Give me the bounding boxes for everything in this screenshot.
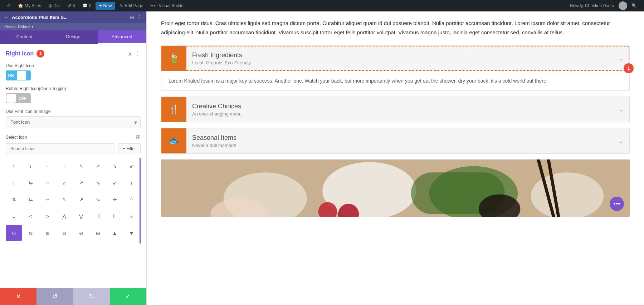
- tab-content[interactable]: Content: [0, 30, 49, 44]
- icon-cell[interactable]: ↓: [23, 158, 39, 174]
- icon-cell[interactable]: <: [23, 208, 39, 224]
- tab-design[interactable]: Design: [49, 30, 97, 44]
- icon-cell[interactable]: ⋀: [56, 208, 72, 224]
- icon-cell[interactable]: ⊚: [23, 225, 39, 241]
- icon-cell[interactable]: ↖: [56, 191, 72, 207]
- icon-cell[interactable]: ↑: [6, 158, 22, 174]
- toggle-on-label: ON: [6, 70, 16, 80]
- icon-cell[interactable]: —: [107, 242, 123, 243]
- icon-cell[interactable]: ↕: [123, 174, 140, 191]
- admin-bar-wp[interactable]: ⊕: [4, 0, 14, 11]
- icon-cell[interactable]: ↖: [73, 158, 89, 174]
- icon-search-input[interactable]: [6, 143, 115, 154]
- icon-cell[interactable]: ►: [6, 242, 22, 243]
- admin-bar-howdy[interactable]: Howdy, Christina Gwira: [567, 0, 617, 11]
- fresh-text: Fresh Ingredients Local. Organic. Eco-Fr…: [186, 47, 613, 70]
- icon-grid-scroll[interactable]: ↑ ↓ ← → ↖ ↗ ↘ ↙ ↕ ⇆ ↔ ↙: [6, 158, 141, 243]
- admin-bar-loop[interactable]: ↺ 3: [65, 0, 78, 11]
- cancel-button[interactable]: ✕: [0, 288, 36, 305]
- icon-cell[interactable]: ✛: [107, 191, 123, 207]
- icon-cell[interactable]: ○: [123, 208, 140, 224]
- font-icon-select[interactable]: Font Icon Image: [6, 116, 141, 128]
- icon-cell[interactable]: ⇅: [6, 191, 22, 207]
- icon-cell[interactable]: ⊛: [39, 225, 55, 241]
- icon-cell[interactable]: ▲: [107, 225, 123, 241]
- admin-bar: ⊕ 🏠 My Sites ◎ Divi ↺ 3 💬 0 + New ✎ Edit…: [0, 0, 644, 11]
- icon-cell[interactable]: →: [56, 158, 72, 174]
- seasonal-toggle[interactable]: ⌄: [613, 131, 629, 151]
- icon-cell[interactable]: ↙: [56, 174, 72, 191]
- icon-cell[interactable]: ◎: [23, 242, 39, 243]
- icon-cell[interactable]: ↘: [90, 174, 106, 191]
- icon-cell[interactable]: ⊜: [56, 225, 72, 241]
- accordion-header-fresh[interactable]: 🍃 Fresh Ingredients Local. Organic. Eco-…: [161, 46, 629, 71]
- icon-cell[interactable]: ⇆: [23, 174, 39, 191]
- right-content: Proin eget tortor risus. Cras ultricies …: [147, 11, 644, 305]
- icon-cell[interactable]: ⇆: [23, 191, 39, 207]
- icon-cell[interactable]: ↕: [6, 174, 22, 191]
- icon-cell[interactable]: ↺: [90, 242, 106, 243]
- admin-bar-new-button[interactable]: + New: [96, 2, 115, 10]
- icon-cell[interactable]: ↙: [123, 158, 140, 174]
- admin-bar-search[interactable]: 🔍: [629, 0, 640, 11]
- rotate-right-icon-toggle[interactable]: OFF: [6, 93, 31, 103]
- tab-advanced[interactable]: Advanced: [98, 30, 146, 44]
- accordion-header-creative[interactable]: 🍴 Creative Choices An ever-changing menu…: [161, 97, 629, 122]
- admin-bar-edit-page[interactable]: ✎ Edit Page: [117, 0, 146, 11]
- edit-icon: ✎: [119, 3, 123, 8]
- toggle-off-label: OFF: [16, 96, 29, 100]
- comment-icon: 💬: [82, 3, 88, 8]
- icon-cell[interactable]: ⌄: [6, 208, 22, 224]
- icon-cell[interactable]: 《: [90, 208, 106, 224]
- admin-bar-exit-builder[interactable]: Exit Visual Builder: [147, 0, 188, 11]
- icon-cell[interactable]: ▼: [123, 225, 140, 241]
- icon-cell[interactable]: ↔: [39, 191, 55, 207]
- icon-expand-button[interactable]: ⊞: [136, 134, 141, 141]
- icon-cell[interactable]: ⊝: [73, 225, 89, 241]
- icon-cell[interactable]: ↘: [90, 191, 106, 207]
- main-layout: ← Accordions Plus Item S... ⊞ ⋮ Preset: …: [0, 11, 644, 305]
- redo-button[interactable]: ↻: [73, 288, 110, 305]
- icon-cell[interactable]: ⋁: [73, 208, 89, 224]
- icon-cell[interactable]: ◀: [56, 242, 72, 243]
- admin-bar-comments[interactable]: 💬 0: [79, 0, 94, 11]
- purple-dots-button[interactable]: •••: [610, 197, 624, 211]
- icon-cell[interactable]: ▶: [73, 242, 89, 243]
- section-more-button[interactable]: ⋮: [135, 50, 141, 57]
- confirm-button[interactable]: ✓: [110, 288, 146, 305]
- more-icon[interactable]: ⋮: [137, 14, 142, 20]
- icon-cell[interactable]: ↘: [107, 158, 123, 174]
- seasonal-text: Seasonal Items Never a dull moment!: [186, 130, 613, 152]
- admin-bar-mysites[interactable]: 🏠 My Sites: [15, 0, 44, 11]
- use-right-icon-toggle[interactable]: ON: [6, 70, 31, 80]
- icon-cell[interactable]: ^: [123, 191, 140, 207]
- icon-cell[interactable]: 》: [107, 208, 123, 224]
- icon-grid-wrapper: ↑ ↓ ← → ↖ ↗ ↘ ↙ ↕ ⇆ ↔ ↙: [6, 158, 141, 243]
- use-right-icon-field: Use Right Icon ON: [6, 63, 141, 80]
- icon-cell[interactable]: ↗: [73, 174, 89, 191]
- admin-bar-divi[interactable]: ◎ Divi: [45, 0, 63, 11]
- icon-cell[interactable]: ◑: [39, 242, 55, 243]
- back-icon[interactable]: ←: [4, 15, 9, 20]
- icon-cell[interactable]: ↗: [90, 158, 106, 174]
- food-image-overlay: •••: [610, 197, 624, 211]
- accordion-header-seasonal[interactable]: 🐟 Seasonal Items Never a dull moment! ⌄: [161, 128, 629, 153]
- icon-cell[interactable]: ↗: [73, 191, 89, 207]
- section-collapse-button[interactable]: ∧: [128, 50, 132, 57]
- undo-button[interactable]: ↺: [36, 288, 73, 305]
- icon-cell[interactable]: +: [123, 242, 140, 243]
- panel-preset[interactable]: Preset: Default ▾: [0, 23, 146, 30]
- plus-icon: +: [99, 3, 102, 8]
- icon-cell[interactable]: ⊞: [90, 225, 106, 241]
- icon-cell[interactable]: ↙: [107, 174, 123, 191]
- icon-picker-header: Select Icon ⊞: [6, 134, 141, 141]
- grid-icon[interactable]: ⊞: [130, 14, 134, 20]
- icon-cell[interactable]: >: [39, 208, 55, 224]
- icon-cell[interactable]: ↔: [39, 174, 55, 191]
- creative-text: Creative Choices An ever-changing menu: [186, 98, 613, 121]
- filter-button[interactable]: + Filter: [118, 143, 141, 154]
- icon-cell-selected[interactable]: ⊙: [6, 225, 22, 241]
- creative-subtitle: An ever-changing menu: [192, 111, 607, 117]
- creative-toggle[interactable]: ⌄: [613, 100, 629, 119]
- icon-cell[interactable]: ←: [39, 158, 55, 174]
